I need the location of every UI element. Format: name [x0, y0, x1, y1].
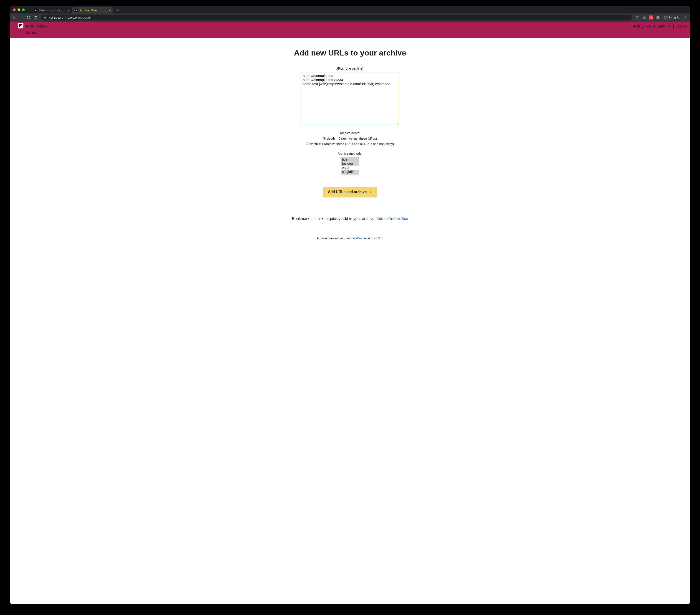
- app-brand[interactable]: ArchiveBox: Index: [26, 23, 49, 36]
- url-display: 0.0.0.0:8000/add/: [67, 16, 90, 19]
- titlebar: Select snapshot to change | Inc… × Archi…: [10, 6, 690, 13]
- urls-label: URLs (one per line):: [281, 67, 419, 70]
- tab-close-icon[interactable]: ×: [109, 9, 110, 12]
- depth-option-1[interactable]: depth = 1 (archive these URLs and all UR…: [281, 142, 419, 146]
- not-secure-icon: [43, 16, 47, 20]
- page-title: Add new URLs to your archive: [281, 48, 419, 58]
- nav-admin[interactable]: Admin: [658, 24, 670, 29]
- forward-button[interactable]: [19, 15, 24, 20]
- brand-line1: ArchiveBox:: [26, 23, 49, 29]
- favicon-icon: [75, 9, 78, 12]
- depth-group: Archive depth: depth = 0 (archive just t…: [281, 131, 419, 146]
- browser-toolbar: Not Secure | 0.0.0.0:8000/add/ uD Incogn…: [10, 13, 690, 22]
- plus-icon: ＋: [368, 190, 372, 194]
- app-header: ArchiveBox: Index Add Links | Admin | Do…: [10, 22, 690, 38]
- bookmarklet-link[interactable]: Add to ArchiveBox: [376, 216, 408, 221]
- nav-separator: |: [654, 24, 655, 29]
- browser-window: Select snapshot to change | Inc… × Archi…: [10, 6, 690, 604]
- footer-version-link[interactable]: v0.5.3: [374, 237, 383, 240]
- new-tab-button[interactable]: +: [115, 8, 121, 13]
- header-nav: Add Links | Admin | Docs: [633, 23, 687, 29]
- method-option: favicon: [341, 162, 359, 166]
- window-controls: [13, 9, 25, 11]
- tab-title: Select snapshot to change | Inc…: [39, 9, 66, 12]
- method-option: singlefile: [341, 170, 359, 174]
- extension-badge[interactable]: uD: [649, 15, 653, 20]
- archive-methods-select[interactable]: title favicon wget singlefile: [341, 157, 359, 175]
- bookmark-star-icon[interactable]: [642, 15, 647, 20]
- omnibox-divider: |: [65, 16, 66, 19]
- add-button-label: Add URLs and archive: [328, 190, 367, 194]
- add-urls-button[interactable]: Add URLs and archive ＋: [323, 187, 377, 198]
- tab-inactive[interactable]: Select snapshot to change | Inc… ×: [31, 7, 72, 13]
- home-button[interactable]: [34, 15, 38, 20]
- incognito-indicator[interactable]: Incognito: [664, 15, 680, 20]
- tab-active[interactable]: Archived Sites ×: [72, 7, 113, 13]
- depth-label: Archive depth:: [281, 131, 419, 135]
- tab-title: Archived Sites: [80, 9, 107, 12]
- page-viewport: ArchiveBox: Index Add Links | Admin | Do…: [10, 22, 690, 604]
- extensions-icon[interactable]: [655, 15, 660, 20]
- nav-docs[interactable]: Docs: [677, 24, 687, 29]
- methods-label: Archive methods:: [281, 152, 419, 155]
- nav-add-links[interactable]: Add Links: [633, 24, 651, 29]
- method-option: wget: [341, 166, 359, 170]
- method-option: title: [341, 158, 359, 162]
- minimize-window-button[interactable]: [17, 9, 20, 11]
- back-button[interactable]: [12, 15, 16, 20]
- maximize-window-button[interactable]: [22, 9, 25, 11]
- archivebox-logo-icon: [18, 23, 23, 28]
- close-window-button[interactable]: [13, 9, 16, 11]
- browser-menu-button[interactable]: ⋮: [683, 15, 688, 20]
- favicon-icon: [34, 9, 37, 12]
- tab-close-icon[interactable]: ×: [67, 9, 70, 12]
- nav-separator: |: [673, 24, 674, 29]
- footer-project-link[interactable]: ArchiveBox: [347, 237, 362, 240]
- depth-option-0[interactable]: depth = 0 (archive just these URLs): [281, 137, 419, 140]
- footer: Archive created using ArchiveBox version…: [281, 237, 419, 243]
- address-bar[interactable]: Not Secure | 0.0.0.0:8000/add/: [41, 15, 632, 21]
- svg-point-0: [636, 16, 638, 18]
- tab-strip: Select snapshot to change | Inc… × Archi…: [31, 6, 121, 13]
- urls-textarea[interactable]: [301, 72, 399, 125]
- zoom-icon[interactable]: [635, 15, 639, 20]
- incognito-icon: [664, 15, 668, 20]
- not-secure-label: Not Secure: [48, 16, 63, 19]
- incognito-label: Incognito: [669, 16, 680, 19]
- main-content: Add new URLs to your archive URLs (one p…: [277, 38, 423, 248]
- depth-radio-1[interactable]: [306, 142, 309, 145]
- bookmarklet-hint: Bookmark this link to quickly add to you…: [281, 216, 419, 221]
- reload-button[interactable]: [26, 15, 31, 20]
- brand-line2: Index: [26, 29, 49, 36]
- depth-radio-0[interactable]: [323, 137, 326, 140]
